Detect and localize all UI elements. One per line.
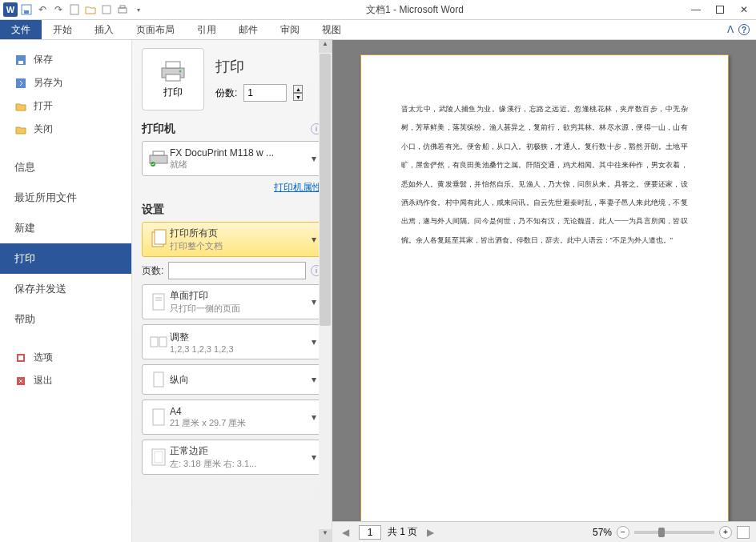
chevron-down-icon: ▾ (308, 412, 316, 423)
svg-rect-3 (103, 6, 111, 14)
open-icon[interactable] (83, 2, 98, 17)
page-total-label: 共 1 页 (388, 525, 417, 539)
print-preview-icon[interactable] (99, 2, 114, 17)
sidebar-item-label: 打开 (34, 99, 53, 113)
tab-page-layout[interactable]: 页面布局 (125, 20, 186, 39)
collate-title: 调整 (170, 331, 308, 344)
minimize-button[interactable]: — (684, 0, 708, 20)
zoom-slider-knob[interactable] (658, 528, 665, 537)
zoom-in-button[interactable]: + (719, 526, 732, 539)
print-title: 打印 (215, 57, 303, 76)
scroll-up-button[interactable]: ▲ (319, 40, 332, 53)
sidebar-item-label: 退出 (34, 374, 53, 387)
window-title: 文档1 - Microsoft Word (146, 3, 684, 17)
print-scope-select[interactable]: 打印所有页 打印整个文档 ▾ (142, 222, 322, 257)
ribbon-minimize-icon[interactable]: ᐱ (727, 24, 734, 35)
redo-icon[interactable]: ↷ (51, 2, 66, 17)
printer-icon (159, 60, 187, 82)
save-icon[interactable] (19, 2, 34, 17)
ribbon-tabs: 文件 开始 插入 页面布局 引用 邮件 审阅 视图 ᐱ ? (0, 20, 756, 40)
scope-title: 打印所有页 (170, 227, 308, 240)
fit-to-window-button[interactable] (737, 526, 750, 539)
sidebar-item-new[interactable]: 新建 (0, 213, 131, 243)
zoom-label: 57% (593, 527, 612, 538)
margins-select[interactable]: 正常边距 左: 3.18 厘米 右: 3.1... ▾ (142, 440, 322, 475)
svg-rect-5 (120, 6, 125, 8)
svg-rect-18 (153, 151, 164, 155)
copies-label: 份数: (215, 86, 237, 100)
tab-view[interactable]: 视图 (311, 20, 352, 39)
tab-home[interactable]: 开始 (42, 20, 83, 39)
settings-section-label: 设置 (142, 203, 164, 217)
new-icon[interactable] (67, 2, 82, 17)
tab-insert[interactable]: 插入 (83, 20, 125, 39)
duplex-title: 单面打印 (170, 289, 308, 303)
scroll-thumb[interactable] (320, 54, 331, 326)
tab-mailings[interactable]: 邮件 (227, 20, 269, 39)
close-button[interactable]: ✕ (732, 0, 756, 20)
prev-page-button[interactable]: ◀ (339, 527, 352, 538)
copies-up-button[interactable]: ▲ (293, 85, 303, 93)
sidebar-item-save[interactable]: 保存 (0, 48, 131, 71)
close-folder-icon (14, 123, 27, 136)
preview-statusbar: ◀ 共 1 页 ▶ 57% − + (332, 521, 756, 542)
word-icon: W (3, 2, 18, 17)
quick-access-toolbar: W ↶ ↷ ▾ (0, 2, 146, 17)
orientation-title: 纵向 (170, 373, 308, 387)
svg-rect-27 (154, 372, 163, 387)
print-button-label: 打印 (163, 86, 183, 99)
printer-name: FX DocuPrint M118 w ... (170, 147, 308, 159)
tab-references[interactable]: 引用 (186, 20, 227, 39)
sidebar-item-options[interactable]: 选项 (0, 346, 131, 369)
sidebar-item-exit[interactable]: 退出 (0, 369, 131, 392)
options-icon (14, 351, 27, 364)
size-title: A4 (170, 406, 308, 417)
scroll-down-button[interactable]: ▼ (319, 529, 332, 542)
sidebar-item-label: 另存为 (34, 76, 62, 90)
maximize-button[interactable] (708, 0, 732, 20)
sidebar-item-help[interactable]: 帮助 (0, 304, 131, 335)
tab-file[interactable]: 文件 (0, 20, 42, 39)
save-icon (14, 54, 27, 66)
zoom-out-button[interactable]: − (617, 526, 629, 539)
duplex-select[interactable]: 单面打印 只打印一侧的页面 ▾ (142, 284, 322, 319)
zoom-slider[interactable] (634, 531, 714, 534)
svg-rect-26 (159, 337, 167, 347)
pages-input[interactable] (168, 262, 306, 279)
printer-select[interactable]: FX DocuPrint M118 w ... 就绪 ▾ (142, 141, 322, 176)
collate-sub: 1,2,3 1,2,3 1,2,3 (170, 344, 308, 354)
tab-review[interactable]: 审阅 (269, 20, 311, 39)
copies-input[interactable] (243, 84, 287, 102)
svg-rect-14 (166, 62, 180, 68)
chevron-down-icon: ▾ (308, 452, 316, 463)
duplex-sub: 只打印一侧的页面 (170, 303, 308, 315)
chevron-down-icon: ▾ (308, 234, 316, 245)
sidebar-item-print[interactable]: 打印 (0, 243, 131, 274)
orientation-select[interactable]: 纵向 ▾ (142, 364, 322, 395)
printer-section-label: 打印机 (142, 122, 175, 136)
qat-dropdown-icon[interactable]: ▾ (131, 2, 146, 17)
page-size-icon (147, 404, 170, 430)
sidebar-item-recent[interactable]: 最近所用文件 (0, 183, 131, 213)
sidebar-item-label: 关闭 (34, 122, 53, 136)
next-page-button[interactable]: ▶ (424, 527, 437, 538)
sidebar-item-save-as[interactable]: 另存为 (0, 71, 131, 94)
save-as-icon (14, 77, 27, 90)
svg-rect-28 (153, 409, 164, 425)
undo-icon[interactable]: ↶ (35, 2, 50, 17)
sidebar-item-close[interactable]: 关闭 (0, 118, 131, 141)
paper-size-select[interactable]: A4 21 厘米 x 29.7 厘米 ▾ (142, 399, 322, 435)
backstage-sidebar: 保存 另存为 打开 关闭 信息 最近所用文件 新建 打印 保存并发送 帮助 选项… (0, 40, 132, 542)
help-icon[interactable]: ? (738, 24, 750, 35)
sidebar-item-save-send[interactable]: 保存并发送 (0, 274, 131, 304)
pages-label: 页数: (142, 264, 163, 278)
sidebar-item-info[interactable]: 信息 (0, 152, 131, 183)
copies-down-button[interactable]: ▼ (293, 93, 303, 101)
print-button[interactable]: 打印 (142, 48, 204, 110)
collate-select[interactable]: 调整 1,2,3 1,2,3 1,2,3 ▾ (142, 324, 322, 359)
quick-print-icon[interactable] (115, 2, 130, 17)
printer-properties-link[interactable]: 打印机属性 (142, 181, 322, 195)
page-number-input[interactable] (359, 525, 381, 540)
settings-scrollbar[interactable]: ▲ ▼ (319, 40, 332, 542)
sidebar-item-open[interactable]: 打开 (0, 94, 131, 118)
